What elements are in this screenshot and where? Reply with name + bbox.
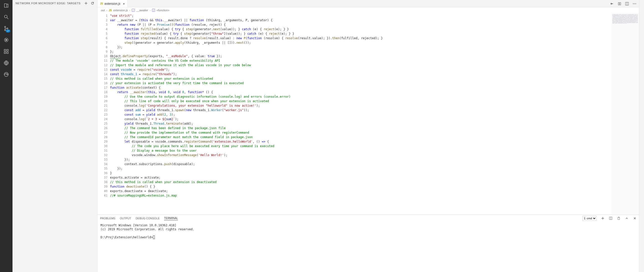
- svg-point-12: [633, 3, 634, 4]
- svg-point-2: [4, 29, 6, 31]
- editor-title-actions: [608, 0, 639, 7]
- editor[interactable]: 1234567891011121314151617181920212223242…: [98, 13, 639, 215]
- more-icon[interactable]: [632, 2, 636, 6]
- source-control-icon[interactable]: 17: [3, 25, 10, 32]
- breadcrumb-folder[interactable]: out: [101, 9, 105, 12]
- breadcrumb-symbol[interactable]: __awaiter: [136, 9, 148, 12]
- bottom-panel: PROBLEMS OUTPUT DEBUG CONSOLE TERMINAL 1…: [98, 215, 639, 272]
- terminal-content[interactable]: Microsoft Windows [Version 10.0.18362.41…: [98, 222, 639, 272]
- chevron-right-icon: ›: [129, 9, 130, 12]
- tab-extension-js[interactable]: JS extension.js ●: [98, 0, 128, 7]
- svg-point-3: [7, 28, 8, 29]
- open-changes-icon[interactable]: [610, 2, 614, 6]
- explorer-icon[interactable]: [3, 2, 10, 9]
- debug-icon[interactable]: [3, 36, 10, 43]
- svg-point-13: [634, 3, 635, 4]
- new-terminal-icon[interactable]: [601, 217, 604, 220]
- breadcrumb[interactable]: out › JS extension.js › ƒ __awaiter › ƒ …: [98, 7, 639, 13]
- right-rail: [639, 0, 644, 272]
- svg-point-1: [4, 26, 6, 27]
- svg-rect-5: [4, 49, 6, 51]
- scm-badge: 17: [6, 29, 10, 32]
- sidebar: NETWORK FOR MICROSOFT EDGE: TARGETS: [12, 0, 98, 272]
- symbol-icon: ƒ: [152, 9, 155, 12]
- chevron-right-icon: ›: [150, 9, 151, 12]
- panel-tab-problems[interactable]: PROBLEMS: [100, 217, 115, 220]
- symbol-icon: ƒ: [132, 9, 135, 12]
- tab-label: extension.js: [104, 2, 120, 5]
- terminal-selector[interactable]: 1: cmd: [582, 216, 596, 221]
- split-editor-icon[interactable]: [625, 2, 629, 6]
- chevron-right-icon: ›: [106, 9, 107, 12]
- editor-tabs: JS extension.js ●: [98, 0, 639, 7]
- compare-icon[interactable]: [618, 2, 622, 6]
- sidebar-title: NETWORK FOR MICROSOFT EDGE: TARGETS: [16, 2, 80, 5]
- close-panel-icon[interactable]: [633, 217, 636, 220]
- maximize-panel-icon[interactable]: [625, 217, 628, 220]
- breadcrumb-symbol[interactable]: <function>: [156, 9, 169, 12]
- svg-rect-6: [7, 49, 8, 51]
- code-content[interactable]: "use strict";var __awaiter = (this && th…: [110, 13, 612, 215]
- svg-rect-7: [4, 52, 6, 53]
- main-area: JS extension.js ● out › JS extension.js …: [98, 0, 639, 272]
- panel-tab-debug-console[interactable]: DEBUG CONSOLE: [136, 217, 160, 220]
- line-number-gutter: 1234567891011121314151617181920212223242…: [98, 13, 110, 215]
- edge-icon[interactable]: [3, 71, 10, 78]
- svg-rect-8: [7, 52, 8, 53]
- panel-tab-terminal[interactable]: TERMINAL: [164, 217, 178, 220]
- remote-icon[interactable]: [3, 59, 10, 66]
- split-terminal-icon[interactable]: [609, 217, 612, 220]
- minimap[interactable]: "use strict"; var __awaiter = (this && t…: [612, 13, 639, 215]
- breadcrumb-file[interactable]: extension.js: [113, 9, 128, 12]
- js-file-icon: JS: [109, 9, 112, 12]
- add-target-icon[interactable]: [84, 1, 88, 5]
- panel-tab-output[interactable]: OUTPUT: [120, 217, 131, 220]
- svg-point-0: [4, 15, 7, 18]
- panel-tab-bar: PROBLEMS OUTPUT DEBUG CONSOLE TERMINAL 1…: [98, 215, 639, 222]
- extensions-icon[interactable]: [3, 48, 10, 55]
- js-file-icon: JS: [100, 2, 103, 5]
- search-icon[interactable]: [3, 13, 10, 20]
- tab-dirty-indicator[interactable]: ●: [123, 2, 125, 5]
- refresh-icon[interactable]: [91, 1, 94, 5]
- activity-bar: 17: [0, 0, 12, 272]
- svg-point-14: [636, 3, 636, 4]
- kill-terminal-icon[interactable]: [617, 217, 620, 220]
